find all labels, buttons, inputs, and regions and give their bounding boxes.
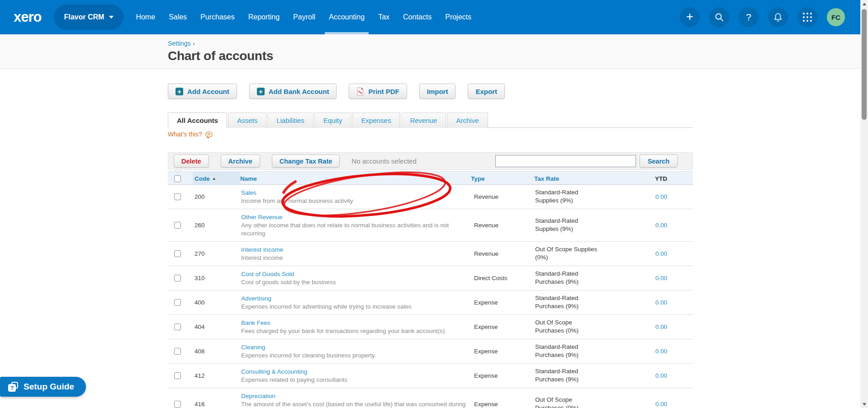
search-input[interactable]: [495, 155, 636, 167]
ytd-value-link[interactable]: 0.00: [655, 193, 667, 200]
tab-assets[interactable]: Assets: [228, 113, 266, 128]
action-button-add-account[interactable]: +Add Account: [168, 84, 237, 99]
nav-right: + ? FC: [680, 7, 845, 27]
ytd-value-link[interactable]: 0.00: [655, 275, 667, 281]
account-name-link[interactable]: Bank Fees: [241, 319, 270, 326]
column-header-tax-rate[interactable]: Tax Rate: [534, 175, 602, 182]
action-button-import[interactable]: Import: [419, 84, 456, 99]
account-name-link[interactable]: Sales: [241, 189, 256, 196]
tab-all-accounts[interactable]: All Accounts: [168, 113, 227, 128]
account-name-cell: AdvertisingExpenses incurred for adverti…: [240, 291, 471, 314]
account-name-cell: Cost of Goods SoldCost of goods sold by …: [240, 266, 471, 290]
bulk-actions-toolbar: DeleteArchiveChange Tax Rate No accounts…: [168, 152, 693, 170]
ytd-value-link[interactable]: 0.00: [655, 299, 667, 306]
account-name-link[interactable]: Other Revenue: [241, 214, 283, 220]
screen: xero Flavor CRM HomeSalesPurchasesReport…: [0, 0, 868, 408]
tab-archive[interactable]: Archive: [447, 113, 488, 128]
create-new-button[interactable]: +: [680, 7, 700, 27]
row-checkbox[interactable]: [174, 275, 181, 281]
archive-button[interactable]: Archive: [221, 155, 260, 168]
account-name-link[interactable]: Advertising: [241, 295, 271, 302]
vertical-scrollbar[interactable]: [860, 0, 868, 408]
search-icon: [715, 13, 724, 22]
account-name-link[interactable]: Cost of Goods Sold: [241, 271, 294, 277]
row-checkbox[interactable]: [174, 324, 181, 330]
question-icon: ?: [746, 12, 751, 23]
account-name-link[interactable]: Consulting & Accounting: [241, 368, 307, 375]
help-button[interactable]: ?: [739, 7, 759, 27]
account-code: 310: [193, 275, 240, 281]
nav-item-purchases[interactable]: Purchases: [194, 0, 242, 34]
accounts-table: Code ▲ Name Type Tax Rate YTD 200SalesIn…: [168, 171, 693, 408]
select-all-checkbox[interactable]: [174, 175, 181, 182]
account-code: 416: [193, 401, 240, 408]
column-header-ytd: YTD: [602, 175, 693, 182]
action-button-add-bank-account[interactable]: +Add Bank Account: [249, 84, 337, 99]
org-name: Flavor CRM: [64, 13, 104, 21]
ytd-value-link[interactable]: 0.00: [655, 324, 667, 330]
row-checkbox[interactable]: [174, 299, 181, 306]
account-description: Fees charged by your bank for transactio…: [241, 327, 467, 335]
row-checkbox[interactable]: [174, 222, 181, 229]
tab-expenses[interactable]: Expenses: [352, 113, 400, 128]
tab-equity[interactable]: Equity: [314, 113, 351, 128]
account-name-cell: Consulting & AccountingExpenses related …: [240, 364, 471, 388]
row-checkbox[interactable]: [174, 372, 181, 379]
account-name-link[interactable]: Depreciation: [241, 393, 275, 399]
org-switcher[interactable]: Flavor CRM: [54, 5, 123, 30]
action-button-export[interactable]: Export: [468, 84, 505, 99]
table-row-260: 260Other RevenueAny other income that do…: [168, 209, 693, 242]
account-tax-rate: Standard-Rated Purchases (9%): [534, 294, 602, 310]
tab-revenue[interactable]: Revenue: [401, 113, 446, 128]
row-checkbox[interactable]: [174, 193, 181, 200]
apps-button[interactable]: [797, 7, 817, 27]
ytd-value-link[interactable]: 0.00: [655, 222, 667, 229]
change-tax-rate-button[interactable]: Change Tax Rate: [272, 155, 340, 168]
notifications-button[interactable]: [768, 7, 788, 27]
setup-guide-button[interactable]: ? Setup Guide: [0, 377, 86, 397]
scroll-down-arrow[interactable]: [860, 400, 868, 408]
nav-item-reporting[interactable]: Reporting: [242, 0, 286, 34]
account-name-link[interactable]: Cleaning: [241, 344, 265, 351]
nav-item-accounting[interactable]: Accounting: [322, 0, 371, 34]
whats-this-link[interactable]: What's this?: [168, 131, 213, 138]
nav-item-home[interactable]: Home: [129, 0, 162, 34]
apps-grid-icon: [803, 13, 812, 22]
nav-item-projects[interactable]: Projects: [438, 0, 478, 34]
scroll-up-arrow[interactable]: [860, 0, 868, 8]
ytd-value-link[interactable]: 0.00: [655, 348, 667, 355]
account-tax-rate: Standard-Rated Supplies (9%): [534, 217, 602, 233]
column-header-type[interactable]: Type: [471, 175, 534, 182]
ytd-value-link[interactable]: 0.00: [655, 401, 667, 408]
nav-item-payroll[interactable]: Payroll: [286, 0, 322, 34]
tab-liabilities[interactable]: Liabilities: [267, 113, 313, 128]
account-name-cell: Interest IncomeInterest income: [240, 242, 471, 266]
nav-item-contacts[interactable]: Contacts: [396, 0, 438, 34]
top-nav: xero Flavor CRM HomeSalesPurchasesReport…: [0, 0, 860, 34]
action-button-print-pdf[interactable]: Print PDF: [349, 84, 407, 99]
avatar[interactable]: FC: [827, 8, 845, 26]
account-code: 200: [193, 193, 240, 200]
table-row-200: 200SalesIncome from any normal business …: [168, 185, 693, 209]
delete-button[interactable]: Delete: [174, 155, 209, 168]
row-checkbox[interactable]: [174, 348, 181, 355]
nav-item-tax[interactable]: Tax: [371, 0, 396, 34]
ytd-value-link[interactable]: 0.00: [655, 250, 667, 257]
account-name-link[interactable]: Interest Income: [241, 246, 283, 253]
breadcrumb-settings-link[interactable]: Settings: [168, 40, 191, 47]
column-header-code[interactable]: Code ▲: [193, 172, 240, 185]
row-checkbox[interactable]: [174, 250, 181, 257]
scrollbar-thumb[interactable]: [862, 9, 867, 120]
nav-item-sales[interactable]: Sales: [162, 0, 194, 34]
search-button[interactable]: [709, 7, 729, 27]
table-row-404: 404Bank FeesFees charged by your bank fo…: [168, 315, 693, 339]
account-description: Income from any normal business activity: [241, 197, 467, 205]
ytd-value-link[interactable]: 0.00: [655, 372, 667, 379]
account-tax-rate: Out Of Scope Purchases (0%): [534, 319, 602, 335]
account-type: Expense: [471, 372, 534, 379]
row-checkbox[interactable]: [174, 401, 181, 408]
account-type: Revenue: [471, 193, 534, 200]
search-submit-button[interactable]: Search: [640, 155, 678, 168]
column-header-name[interactable]: Name: [240, 175, 471, 182]
xero-logo[interactable]: xero: [14, 9, 41, 25]
